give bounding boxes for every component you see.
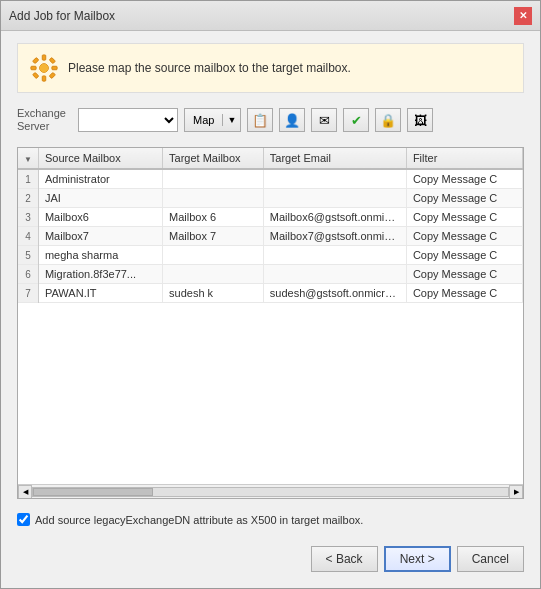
image-icon: 🖼 [414, 113, 427, 128]
legacy-dn-checkbox[interactable] [17, 513, 30, 526]
table-row[interactable]: 5 megha sharma Copy Message C [18, 246, 523, 265]
user-icon: 👤 [284, 113, 300, 128]
cell-email: Mailbox7@gstsoft.onmicros... [263, 227, 406, 246]
svg-rect-3 [31, 66, 36, 70]
col-header-filter: Filter [406, 148, 522, 169]
table-scroll-area[interactable]: ▼ Source Mailbox Target Mailbox Target E… [18, 148, 523, 484]
checkbox-row: Add source legacyExchangeDN attribute as… [17, 509, 524, 530]
svg-rect-8 [49, 72, 55, 78]
cell-num: 1 [18, 169, 38, 189]
cell-target: sudesh k [163, 284, 264, 303]
lock-icon: 🔒 [380, 113, 396, 128]
cell-source: megha sharma [38, 246, 162, 265]
content-area: Please map the source mailbox to the tar… [1, 31, 540, 588]
email-button[interactable]: ✉ [311, 108, 337, 132]
next-button[interactable]: Next > [384, 546, 451, 572]
svg-rect-5 [33, 57, 39, 63]
exchange-server-select[interactable] [78, 108, 178, 132]
cell-source: JAI [38, 189, 162, 208]
cell-num: 7 [18, 284, 38, 303]
cell-filter: Copy Message C [406, 189, 522, 208]
cell-filter: Copy Message C [406, 284, 522, 303]
check-button[interactable]: ✔ [343, 108, 369, 132]
cell-target [163, 189, 264, 208]
footer-buttons: < Back Next > Cancel [17, 540, 524, 576]
cell-num: 4 [18, 227, 38, 246]
col-header-source: Source Mailbox [38, 148, 162, 169]
cell-target [163, 246, 264, 265]
cell-source: Migration.8f3e77... [38, 265, 162, 284]
cell-target [163, 265, 264, 284]
cell-source: Mailbox7 [38, 227, 162, 246]
toolbar-row: Exchange Server Map ▼ 📋 👤 ✉ ✔ 🔒 [17, 103, 524, 137]
import-button[interactable]: 📋 [247, 108, 273, 132]
cell-filter: Copy Message C [406, 265, 522, 284]
cancel-button[interactable]: Cancel [457, 546, 524, 572]
map-button-label[interactable]: Map [185, 114, 223, 126]
cell-filter: Copy Message C [406, 227, 522, 246]
cell-num: 5 [18, 246, 38, 265]
sort-arrow-icon: ▼ [24, 155, 32, 164]
window-title: Add Job for Mailbox [9, 9, 115, 23]
svg-point-9 [40, 64, 49, 73]
import-icon: 📋 [252, 113, 268, 128]
cell-filter: Copy Message C [406, 169, 522, 189]
legacy-dn-label[interactable]: Add source legacyExchangeDN attribute as… [35, 514, 363, 526]
cell-target: Mailbox 6 [163, 208, 264, 227]
svg-rect-1 [42, 55, 46, 60]
info-banner: Please map the source mailbox to the tar… [17, 43, 524, 93]
cell-num: 2 [18, 189, 38, 208]
cell-email [263, 189, 406, 208]
table-row[interactable]: 6 Migration.8f3e77... Copy Message C [18, 265, 523, 284]
table-row[interactable]: 7 PAWAN.IT sudesh k sudesh@gstsoft.onmic… [18, 284, 523, 303]
col-header-email: Target Email [263, 148, 406, 169]
map-button[interactable]: Map ▼ [184, 108, 241, 132]
cell-filter: Copy Message C [406, 208, 522, 227]
banner-text: Please map the source mailbox to the tar… [68, 61, 351, 75]
cell-filter: Copy Message C [406, 246, 522, 265]
cell-email: Mailbox6@gstsoft.onmicros... [263, 208, 406, 227]
svg-rect-2 [42, 76, 46, 81]
title-bar: Add Job for Mailbox ✕ [1, 1, 540, 31]
cell-email [263, 265, 406, 284]
cell-email [263, 169, 406, 189]
check-icon: ✔ [351, 113, 362, 128]
col-header-target: Target Mailbox [163, 148, 264, 169]
scroll-thumb[interactable] [33, 488, 153, 496]
cell-source: PAWAN.IT [38, 284, 162, 303]
table-row[interactable]: 3 Mailbox6 Mailbox 6 Mailbox6@gstsoft.on… [18, 208, 523, 227]
cell-email: sudesh@gstsoft.onmicrosoft... [263, 284, 406, 303]
email-icon: ✉ [319, 113, 330, 128]
main-window: Add Job for Mailbox ✕ [0, 0, 541, 589]
cell-source: Mailbox6 [38, 208, 162, 227]
horizontal-scrollbar[interactable]: ◀ ▶ [18, 484, 523, 498]
table-row[interactable]: 1 Administrator Copy Message C [18, 169, 523, 189]
cell-target [163, 169, 264, 189]
user-button[interactable]: 👤 [279, 108, 305, 132]
image-button[interactable]: 🖼 [407, 108, 433, 132]
exchange-label: Exchange Server [17, 107, 72, 133]
svg-rect-7 [33, 72, 39, 78]
cell-num: 6 [18, 265, 38, 284]
cell-email [263, 246, 406, 265]
table-row[interactable]: 4 Mailbox7 Mailbox 7 Mailbox7@gstsoft.on… [18, 227, 523, 246]
col-header-num: ▼ [18, 148, 38, 169]
map-dropdown-arrow[interactable]: ▼ [223, 115, 240, 125]
cell-num: 3 [18, 208, 38, 227]
scroll-track[interactable] [32, 487, 509, 497]
svg-rect-6 [49, 57, 55, 63]
table-row[interactable]: 2 JAI Copy Message C [18, 189, 523, 208]
lock-button[interactable]: 🔒 [375, 108, 401, 132]
back-button[interactable]: < Back [311, 546, 378, 572]
cell-source: Administrator [38, 169, 162, 189]
cell-target: Mailbox 7 [163, 227, 264, 246]
mailbox-table: ▼ Source Mailbox Target Mailbox Target E… [18, 148, 523, 303]
scroll-right-button[interactable]: ▶ [509, 485, 523, 499]
close-button[interactable]: ✕ [514, 7, 532, 25]
scroll-left-button[interactable]: ◀ [18, 485, 32, 499]
gear-icon [30, 54, 58, 82]
svg-rect-4 [52, 66, 57, 70]
mailbox-table-container: ▼ Source Mailbox Target Mailbox Target E… [17, 147, 524, 499]
